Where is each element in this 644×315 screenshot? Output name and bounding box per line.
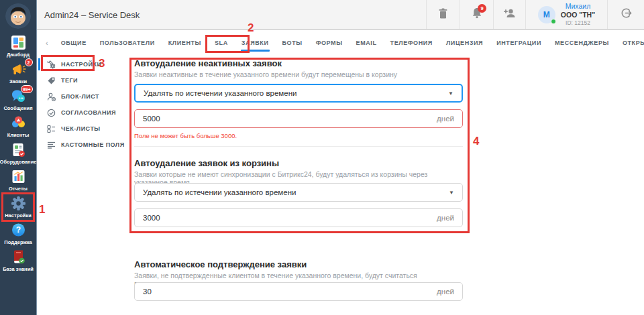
sidebar-item-label: База знаний [3,266,34,272]
submenu-item-label: ТЕГИ [61,77,78,84]
input-suffix: дней [437,214,454,222]
clients-icon [11,115,26,131]
reports-icon [11,169,26,184]
tab-otkrytye-linii[interactable]: ОТКРЫТЫЕ ЛИНИИ [616,32,644,54]
sidebar-item-label: Поддержка [4,239,32,245]
soobshcheniya-badge: 99+ [21,85,33,93]
logout-icon [620,7,633,22]
submenu-item-chek-listy[interactable]: ЧЕК-ЛИСТЫ [38,121,127,137]
autodelete-trash-mode-select[interactable]: Удалять по истечении указанного времени … [134,183,463,202]
tab-polzovateli[interactable]: ПОЛЬЗОВАТЕЛИ [93,32,162,54]
notification-badge: 9 [478,4,486,13]
notifications-button[interactable]: 9 [460,0,493,29]
sidebar-item-baza-znaniy[interactable]: База знаний [0,248,36,275]
submenu-item-label: БЛОК-ЛИСТ [61,93,99,100]
submenu-item-tegi[interactable]: ТЕГИ [38,72,127,88]
annotation-number-4: 4 [473,135,479,148]
sidebar-item-zayavki[interactable]: 2 Заявки [0,60,36,87]
person-block-icon [47,92,56,101]
select-value: Удалять по истечении указанного времени [143,188,296,196]
zayavki-submenu: НАСТРОЙКИ ТЕГИ БЛОК-ЛИСТ СОГЛАСОВАНИЯ ЧЕ… [38,56,127,153]
dashboard-icon [11,35,26,50]
zayavki-badge: 2 [25,58,33,66]
sidebar-item-podderzhka[interactable]: ? Поддержка [0,221,36,248]
chat-icon: 99+ [11,88,26,104]
sidebar-item-otchety[interactable]: Отчеты [0,168,36,194]
add-user-button[interactable] [493,0,525,29]
section-subtitle: Заявки неактивные в течение указанного в… [134,70,397,78]
sidebar-item-dashboard[interactable]: Дашборд [0,34,36,60]
submenu-item-label: КАСТОМНЫЕ ПОЛЯ [61,141,125,148]
autoconfirm-days-input[interactable]: 30 дней [134,282,463,301]
tab-litsenziya[interactable]: ЛИЦЕНЗИЯ [439,32,490,54]
autodelete-inactive-mode-select[interactable]: Удалять по истечении указанного времени … [134,84,463,103]
support-icon: ? [11,223,26,238]
section-divider [134,146,463,147]
autodelete-inactive-days-input[interactable]: 5000 дней [134,109,463,128]
submenu-item-nastroyki[interactable]: НАСТРОЙКИ [38,56,127,72]
section-title-autodelete-inactive: Автоудаление неактивных заявок [134,58,282,68]
custom-fields-icon [47,141,56,149]
autodelete-trash-days-input[interactable]: 3000 дней [134,208,463,227]
tab-obshchie[interactable]: ОБЩИЕ [54,32,93,54]
user-menu[interactable]: M Михаил ООО "ТН" ID: 12152 [525,0,607,29]
sidebar-item-label: Настройки [5,212,32,218]
gear-icon [11,196,26,211]
sidebar-item-label: Сообщения [3,105,32,111]
submenu-item-blok-list[interactable]: БЛОК-ЛИСТ [38,88,127,105]
svg-text:?: ? [15,225,20,235]
equipment-icon [11,142,26,158]
tab-sla[interactable]: SLA [208,32,235,54]
avatar: M [538,6,555,23]
person-add-icon [503,8,517,21]
chevron-down-icon: ▼ [449,190,454,196]
online-status-dot [551,19,556,24]
user-info: Михаил ООО "ТН" ID: 12152 [561,2,595,27]
profile-avatar[interactable] [5,3,31,29]
tab-boty[interactable]: БОТЫ [276,32,309,54]
user-company: ООО "ТН" [561,11,595,19]
main-sidebar: Дашборд 2 Заявки 99+ Сообщения Клиенты [0,0,37,315]
input-value: 5000 [143,115,160,123]
settings-content: Автоудаление неактивных заявок Заявки не… [134,58,463,310]
tab-formy[interactable]: ФОРМЫ [309,32,350,54]
annotation-number-1: 1 [39,203,45,216]
input-value: 3000 [143,214,160,222]
tab-zayavki[interactable]: ЗАЯВКИ [235,32,276,54]
megaphone-icon: 2 [11,62,26,77]
sidebar-item-label: Оборудование [0,159,36,165]
tabs-scroll-left-icon[interactable]: ‹ [40,39,54,47]
tag-icon [47,76,56,85]
tab-integratsii[interactable]: ИНТЕГРАЦИИ [490,32,548,54]
check-circle-icon [47,109,56,117]
submenu-item-label: СОГЛАСОВАНИЯ [61,109,116,116]
submenu-item-kastomnye-polya[interactable]: КАСТОМНЫЕ ПОЛЯ [38,137,127,153]
sidebar-item-klienty[interactable]: Клиенты [0,114,36,141]
select-value: Удалять по истечении указанного времени [144,89,297,97]
chevron-down-icon: ▼ [448,90,453,97]
input-value: 30 [143,288,152,296]
sidebar-item-oborudovanie[interactable]: Оборудование [0,141,36,168]
tools-icon [47,60,56,69]
sidebar-item-label: Дашборд [7,52,30,58]
trash-icon [437,7,449,22]
logout-button[interactable] [607,0,644,29]
tab-klienty[interactable]: КЛИЕНТЫ [162,32,208,54]
validation-error-text: Поле не может быть больше 3000. [134,132,237,139]
checklist-icon [47,125,56,133]
sidebar-item-soobshcheniya[interactable]: 99+ Сообщения [0,87,36,114]
input-suffix: дней [437,115,454,123]
user-name: Михаил [566,2,591,11]
tab-messendzhery[interactable]: МЕССЕНДЖЕРЫ [548,32,616,54]
user-id: ID: 12152 [566,19,590,27]
avatar-letter: M [543,10,550,19]
submenu-item-soglasovaniya[interactable]: СОГЛАСОВАНИЯ [38,105,127,121]
section-title-autoconfirm: Автоматическое подтверждение заявки [134,259,307,269]
section-title-autodelete-trash: Автоудаление заявок из корзины [134,158,279,168]
sidebar-item-nastroyki[interactable]: Настройки [0,194,36,221]
trash-button[interactable] [426,0,460,29]
tab-email[interactable]: EMAIL [350,32,384,54]
tab-telefoniya[interactable]: ТЕЛЕФОНИЯ [384,32,439,54]
top-header: Admin24 – Service Desk 9 M Михаил [37,0,644,30]
input-suffix: дней [437,288,454,296]
